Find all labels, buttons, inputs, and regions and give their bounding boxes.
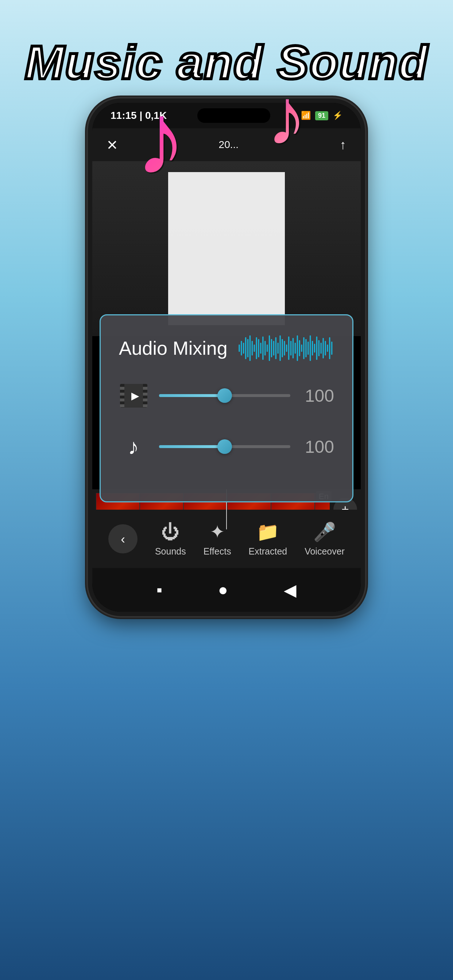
- svg-rect-17: [275, 337, 276, 359]
- video-slider-row: ▶ 100: [119, 381, 334, 410]
- svg-rect-6: [251, 341, 253, 355]
- nav-extracted[interactable]: 📁 Extracted: [249, 521, 287, 557]
- svg-rect-13: [266, 345, 268, 352]
- page-title: Music and Sound: [0, 0, 453, 89]
- svg-rect-36: [316, 337, 317, 360]
- video-slider-icon: ▶: [119, 381, 148, 410]
- music-note-icon: ♪: [128, 434, 139, 460]
- effects-icon: ✦: [210, 521, 225, 542]
- svg-rect-40: [325, 341, 326, 355]
- svg-rect-3: [245, 337, 246, 359]
- sounds-icon: ⏻: [161, 521, 179, 542]
- svg-rect-43: [331, 342, 332, 355]
- nav-sounds[interactable]: ⏻ Sounds: [155, 521, 186, 557]
- nav-voiceover[interactable]: 🎤 Voiceover: [305, 521, 345, 557]
- svg-rect-0: [239, 345, 240, 352]
- phone-screen: 11:15 | 0,1K 📶 91 ⚡ × 20... ↑: [92, 103, 361, 612]
- project-name: 20...: [219, 139, 239, 151]
- svg-rect-4: [247, 339, 248, 357]
- svg-rect-34: [311, 341, 313, 355]
- svg-rect-8: [256, 337, 257, 359]
- audio-volume-slider[interactable]: [159, 445, 290, 448]
- phone-mockup: 11:15 | 0,1K 📶 91 ⚡ × 20... ↑: [88, 99, 365, 616]
- back-icon: ‹: [121, 531, 125, 546]
- svg-rect-41: [327, 345, 328, 352]
- signal-icon: 📶: [301, 111, 311, 120]
- audio-slider-icon: ♪: [119, 432, 148, 461]
- extracted-label: Extracted: [249, 546, 287, 557]
- app-header: × 20... ↑: [92, 128, 361, 161]
- export-button[interactable]: ↑: [340, 137, 346, 152]
- nav-square-button[interactable]: ▪: [156, 581, 162, 600]
- svg-rect-21: [284, 341, 285, 355]
- film-strip-icon: ▶: [120, 384, 147, 407]
- svg-rect-30: [303, 337, 305, 359]
- play-icon: ▶: [131, 390, 139, 402]
- svg-rect-11: [262, 337, 264, 360]
- nav-back-button[interactable]: ‹: [108, 524, 137, 554]
- waveform-display: [239, 334, 334, 363]
- nav-effects[interactable]: ✦ Effects: [204, 521, 231, 557]
- svg-rect-33: [309, 336, 311, 361]
- svg-rect-26: [294, 343, 296, 354]
- svg-rect-15: [271, 339, 272, 357]
- video-volume-value: 100: [301, 386, 334, 406]
- phone-body: 11:15 | 0,1K 📶 91 ⚡ × 20... ↑: [88, 99, 365, 616]
- svg-rect-25: [292, 338, 293, 358]
- svg-rect-24: [290, 341, 292, 355]
- status-time: 11:15 | 0,1K: [110, 110, 167, 121]
- svg-rect-7: [254, 345, 255, 352]
- system-navigation: ▪ ● ◀: [92, 568, 361, 612]
- svg-rect-2: [243, 343, 244, 354]
- audio-mixing-panel: Audio Mixing: [100, 314, 353, 503]
- audio-mixing-title: Audio Mixing: [119, 337, 228, 359]
- svg-rect-10: [260, 343, 262, 354]
- svg-rect-19: [279, 336, 281, 361]
- voiceover-icon: 🎤: [313, 521, 336, 542]
- video-preview: [92, 161, 361, 336]
- svg-rect-32: [308, 342, 309, 355]
- svg-rect-28: [299, 340, 300, 356]
- svg-rect-9: [258, 339, 259, 357]
- svg-rect-42: [329, 337, 330, 359]
- video-thumbnail: [168, 172, 285, 325]
- battery-icon: 91: [315, 111, 328, 120]
- extracted-icon: 📁: [257, 521, 279, 542]
- svg-rect-35: [314, 344, 315, 353]
- status-bar: 11:15 | 0,1K 📶 91 ⚡: [92, 103, 361, 128]
- audio-slider-row: ♪ 100: [119, 432, 334, 461]
- svg-rect-23: [288, 337, 289, 360]
- audio-mixing-header: Audio Mixing: [119, 334, 334, 363]
- voiceover-label: Voiceover: [305, 546, 345, 557]
- svg-rect-22: [286, 345, 287, 352]
- close-button[interactable]: ×: [107, 135, 118, 154]
- nav-home-button[interactable]: ●: [218, 581, 228, 600]
- svg-rect-14: [268, 336, 270, 361]
- svg-rect-38: [320, 343, 322, 354]
- svg-rect-5: [249, 336, 250, 361]
- notch: [197, 108, 270, 123]
- svg-rect-27: [297, 336, 298, 361]
- audio-volume-value: 100: [301, 437, 334, 457]
- svg-rect-1: [241, 341, 242, 355]
- svg-rect-12: [265, 341, 266, 355]
- effects-label: Effects: [204, 546, 231, 557]
- svg-rect-20: [282, 339, 283, 357]
- sounds-label: Sounds: [155, 546, 186, 557]
- svg-rect-37: [318, 340, 319, 356]
- svg-rect-31: [305, 339, 307, 357]
- svg-rect-18: [277, 343, 279, 354]
- status-icons: 📶 91 ⚡: [301, 111, 343, 120]
- svg-rect-29: [301, 345, 302, 352]
- svg-rect-16: [273, 341, 274, 355]
- video-volume-slider[interactable]: [159, 394, 290, 397]
- svg-rect-39: [322, 338, 324, 358]
- nav-back-system-button[interactable]: ◀: [284, 581, 297, 600]
- charging-icon: ⚡: [333, 111, 343, 120]
